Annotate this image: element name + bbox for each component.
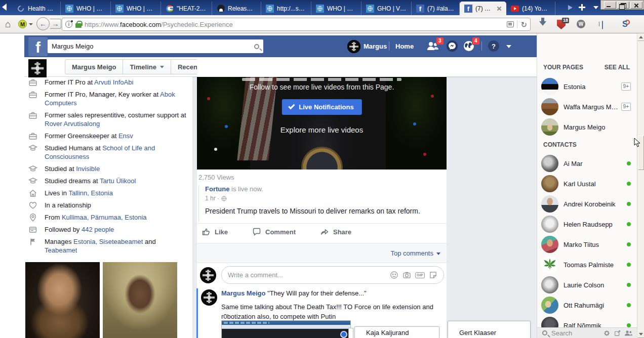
page-name-link[interactable]: Fortune — [205, 185, 229, 193]
contact-item[interactable]: Ai Mar — [564, 160, 624, 167]
about-link[interactable]: Tartu Ülikool — [100, 177, 136, 185]
chevron-down-icon[interactable] — [436, 252, 440, 255]
scrollbar[interactable] — [637, 33, 644, 338]
page-avatar-estonia[interactable] — [541, 78, 558, 95]
explore-live-videos-link[interactable]: Explore more live videos — [197, 125, 447, 134]
messenger-icon[interactable] — [446, 40, 458, 54]
comment-button[interactable]: Comment — [252, 227, 296, 236]
tab-scroll-left-icon[interactable] — [2, 4, 7, 11]
list-all-tabs-icon[interactable] — [593, 6, 598, 9]
extension-s-icon[interactable]: S — [622, 20, 628, 28]
contact-avatar-cannabis[interactable] — [541, 256, 558, 273]
help-icon[interactable]: ? — [488, 40, 499, 52]
contact-avatar[interactable] — [541, 155, 558, 172]
site-info-icon[interactable]: i — [65, 21, 72, 28]
tab-alatiu[interactable]: f (7) #alatiu... — [412, 2, 460, 15]
chat-tab-gert[interactable]: Gert Klaaser — [448, 321, 531, 338]
forward-button[interactable]: → — [50, 19, 61, 29]
gif-icon[interactable]: GIF — [415, 272, 425, 278]
contact-item[interactable]: Marko Tiitus — [564, 241, 624, 248]
extension-m-caret-icon[interactable] — [29, 23, 33, 25]
minimize-button[interactable] — [604, 2, 616, 9]
reload-icon[interactable]: ↻ — [520, 21, 527, 28]
sticker-icon[interactable] — [429, 271, 437, 279]
scroll-up-button[interactable] — [637, 33, 644, 41]
page-item[interactable]: Margus Meigo — [564, 123, 629, 131]
tab-youtube[interactable]: (14) YouT... — [506, 2, 555, 15]
chat-tab-kaja[interactable]: Kaja Kaljurand — [354, 326, 439, 338]
page-avatar-margus[interactable] — [541, 118, 558, 136]
new-message-icon[interactable] — [614, 330, 621, 336]
tab-facebook-active[interactable]: f (7) Ma... — [460, 2, 506, 15]
about-link[interactable]: Kullimaa, Pärnumaa, Estonia — [62, 214, 147, 221]
extension-w-icon[interactable]: W — [577, 20, 585, 28]
contact-avatar[interactable] — [541, 297, 558, 314]
tab-close-icon[interactable] — [497, 6, 502, 11]
comment-attachment-image[interactable] — [221, 320, 351, 338]
tab-who-pu[interactable]: WHO | Pu... — [311, 2, 361, 15]
contacts-search-placeholder[interactable]: Search — [551, 329, 599, 337]
sidebar-toggle-icon[interactable] — [602, 21, 603, 29]
top-comments-selector[interactable]: Top comments — [390, 249, 433, 257]
about-link[interactable]: Teabeamet — [45, 246, 77, 254]
contact-avatar[interactable] — [541, 216, 558, 233]
about-link[interactable]: Arvuti InfoAbi — [94, 78, 133, 86]
reader-mode-icon[interactable] — [507, 21, 514, 27]
tab-timeline[interactable]: Timeline — [123, 59, 171, 74]
chat-tab-sliver[interactable] — [348, 328, 353, 338]
contact-item[interactable]: Andrei Korobeinik — [564, 200, 629, 208]
profile-avatar[interactable] — [28, 59, 47, 77]
tab-releases[interactable]: Releases ·... — [212, 2, 261, 15]
tab-txt[interactable]: http:/...s.txt — [261, 2, 311, 15]
contacts-search-bar[interactable]: Search — [537, 327, 637, 338]
extension-m-icon[interactable]: M — [18, 20, 27, 28]
commenter-avatar[interactable] — [201, 289, 217, 306]
comment-input-placeholder[interactable]: Write a comment... — [228, 271, 386, 279]
restore-button[interactable] — [617, 2, 629, 9]
contact-avatar[interactable] — [541, 195, 558, 213]
page-item[interactable]: Estonia — [564, 83, 619, 91]
back-button[interactable]: ← — [36, 17, 50, 30]
page-avatar-waffa[interactable] — [541, 98, 558, 115]
contact-avatar[interactable] — [541, 276, 558, 293]
tab-who-1[interactable]: WHO | He... — [61, 2, 111, 15]
profile-photo-2[interactable] — [103, 262, 177, 338]
search-input[interactable]: Margus Meigo — [52, 43, 254, 50]
contact-avatar[interactable] — [541, 236, 558, 253]
home-link[interactable]: Home — [395, 43, 414, 50]
url-bar[interactable]: i https://www.facebook.com/Psychedelic.E… — [62, 18, 531, 31]
profile-photo-1[interactable] — [25, 262, 100, 338]
about-link[interactable]: Estonia, Siseteabeamet — [73, 238, 143, 245]
profile-shortcut[interactable]: Margus — [364, 43, 387, 50]
about-link[interactable]: Rover Arvutisalong — [45, 120, 100, 128]
see-all-link[interactable]: SEE ALL — [605, 64, 630, 71]
contact-item[interactable]: Ott Rahumägi — [564, 302, 624, 309]
contact-item[interactable]: Helen Raudsepp — [564, 221, 624, 228]
live-video-player[interactable]: Follow to see more live videos from this… — [197, 77, 447, 170]
new-tab-button[interactable] — [579, 4, 585, 11]
live-notifications-button[interactable]: Live Notifications — [281, 99, 361, 115]
account-menu-caret-icon[interactable] — [506, 45, 511, 48]
contact-item[interactable]: Laurie Colson — [564, 281, 624, 289]
tab-scroll-right-icon[interactable] — [568, 5, 573, 10]
timestamp[interactable]: 1 hr · — [205, 195, 219, 202]
about-link[interactable]: Invisible — [76, 165, 100, 173]
avatar[interactable] — [347, 40, 360, 53]
close-button[interactable] — [630, 2, 642, 9]
tab-who-2[interactable]: WHO | He... — [111, 2, 161, 15]
tab-heat[interactable]: "HEAT-2.0... — [161, 2, 212, 15]
settings-gear-icon[interactable] — [603, 330, 610, 336]
commenter-name-link[interactable]: Margus Meigo — [221, 289, 265, 297]
comment-composer[interactable]: Write a comment... GIF — [221, 266, 444, 284]
contact-avatar[interactable] — [541, 175, 558, 192]
scroll-down-button[interactable] — [637, 330, 644, 338]
page-item[interactable]: Waffa Margus Meigo ... — [564, 103, 619, 111]
people-icon[interactable] — [625, 330, 632, 336]
about-link[interactable]: 442 people — [82, 226, 114, 233]
search-icon[interactable] — [254, 44, 259, 49]
contact-item[interactable]: Toomas Palmiste — [564, 261, 629, 269]
downloads-icon[interactable] — [539, 21, 546, 33]
facebook-search-bar[interactable]: Margus Meigo — [48, 39, 263, 53]
home-icon[interactable]: ⌂ — [5, 19, 11, 29]
about-link[interactable]: Ensv — [118, 132, 133, 140]
